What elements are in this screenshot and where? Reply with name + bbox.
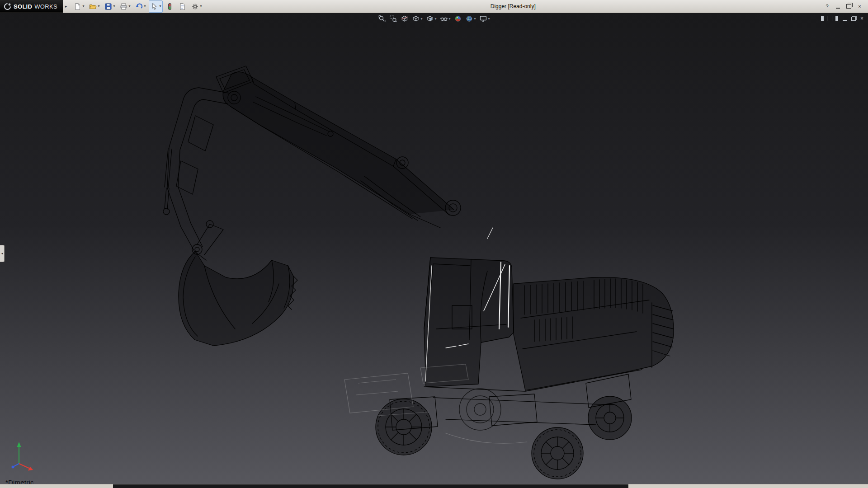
- chevron-down-icon[interactable]: ▾: [128, 5, 130, 8]
- open-document-button[interactable]: ▾: [87, 0, 101, 13]
- toolbar-expander-icon[interactable]: ▸: [63, 4, 70, 9]
- chevron-down-icon[interactable]: ▾: [98, 5, 99, 8]
- graphics-viewport[interactable]: ▾ ▾ ▾: [0, 13, 868, 484]
- ds-swirl-icon: [4, 3, 11, 10]
- hide-show-items-button[interactable]: ▾: [440, 15, 450, 23]
- help-button[interactable]: ?: [822, 2, 832, 10]
- undo-button[interactable]: ▾: [133, 0, 147, 13]
- dock-right-icon: [832, 16, 838, 21]
- apply-scene-button[interactable]: ▾: [466, 15, 476, 23]
- brand-solid: SOLID: [14, 3, 32, 10]
- window-title: Digger [Read-only]: [204, 3, 823, 9]
- display-style-icon: [426, 15, 434, 23]
- undo-icon: [135, 3, 143, 10]
- view-orientation-cube-icon: [412, 15, 420, 23]
- dock-left-icon: [821, 16, 827, 21]
- brand-works: WORKS: [34, 3, 57, 10]
- status-message-area: [113, 484, 628, 488]
- save-button[interactable]: ▾: [103, 0, 117, 13]
- chevron-down-icon[interactable]: ▾: [488, 17, 490, 21]
- rebuild-traffic-light-icon: [166, 3, 174, 10]
- scene-globe-icon: [466, 15, 473, 23]
- save-icon: [104, 3, 112, 10]
- window-controls: ? ×: [822, 2, 868, 10]
- minimize-button[interactable]: [833, 2, 843, 10]
- view-orientation-button[interactable]: ▾: [412, 15, 422, 23]
- dock-pane-left-button[interactable]: [821, 15, 827, 22]
- chevron-down-icon[interactable]: ▾: [113, 5, 115, 8]
- file-properties-icon: [179, 3, 186, 10]
- chevron-down-icon[interactable]: ▾: [159, 5, 161, 8]
- chevron-down-icon[interactable]: ▾: [82, 5, 84, 8]
- restore-icon: [851, 17, 856, 21]
- new-document-icon: [74, 3, 81, 10]
- chevron-down-icon[interactable]: ▾: [200, 5, 202, 8]
- chevron-down-icon[interactable]: ▾: [434, 17, 436, 21]
- display-style-button[interactable]: ▾: [426, 15, 436, 23]
- main-toolbar: ▾ ▾ ▾ ▾: [72, 0, 203, 13]
- view-settings-icon: [480, 15, 487, 23]
- minimize-icon: [843, 17, 847, 21]
- file-properties-button[interactable]: [177, 0, 188, 13]
- minimize-icon: [836, 5, 840, 9]
- status-bar: [0, 484, 868, 488]
- restore-icon: [846, 4, 851, 9]
- orientation-triad: [8, 440, 37, 473]
- zoom-to-area-icon: [389, 15, 397, 23]
- triad-z-axis: [14, 464, 19, 466]
- select-button[interactable]: ▾: [149, 0, 163, 13]
- chevron-down-icon[interactable]: ▾: [448, 17, 450, 21]
- excavator-wireframe-model: [0, 13, 868, 484]
- print-button[interactable]: ▾: [118, 0, 132, 13]
- close-button[interactable]: ×: [855, 2, 864, 10]
- chevron-down-icon[interactable]: ▾: [144, 5, 146, 8]
- panel-collapse-tab[interactable]: ◂: [0, 245, 5, 262]
- chevron-down-icon[interactable]: ▾: [420, 17, 422, 21]
- zoom-to-fit-icon: [378, 15, 386, 23]
- open-document-icon: [89, 3, 97, 10]
- glasses-icon: [440, 15, 448, 23]
- view-settings-button[interactable]: ▾: [480, 15, 490, 23]
- dock-pane-right-button[interactable]: [832, 15, 838, 22]
- new-document-button[interactable]: ▾: [72, 0, 86, 13]
- options-gear-icon: [191, 3, 199, 10]
- restore-button[interactable]: [844, 2, 854, 10]
- document-window-controls: ×: [821, 15, 863, 22]
- titlebar: SOLIDWORKS ▸ ▾ ▾ ▾: [0, 0, 868, 13]
- solidworks-logo: SOLIDWORKS: [0, 0, 63, 13]
- headsup-view-toolbar: ▾ ▾ ▾: [378, 15, 490, 23]
- print-icon: [120, 3, 127, 10]
- triad-x-axis: [19, 464, 30, 469]
- options-button[interactable]: ▾: [189, 0, 203, 13]
- document-close-button[interactable]: ×: [860, 15, 863, 22]
- rebuild-button[interactable]: [164, 0, 175, 13]
- section-view-icon: [401, 15, 408, 23]
- document-minimize-button[interactable]: [843, 15, 847, 22]
- zoom-to-fit-button[interactable]: [378, 15, 386, 23]
- section-view-button[interactable]: [401, 15, 408, 23]
- zoom-to-area-button[interactable]: [389, 15, 397, 23]
- edit-appearance-button[interactable]: [454, 15, 462, 23]
- chevron-down-icon[interactable]: ▾: [474, 17, 476, 21]
- appearance-ball-icon: [454, 15, 462, 23]
- document-restore-button[interactable]: [851, 15, 856, 22]
- select-cursor-icon: [151, 3, 158, 10]
